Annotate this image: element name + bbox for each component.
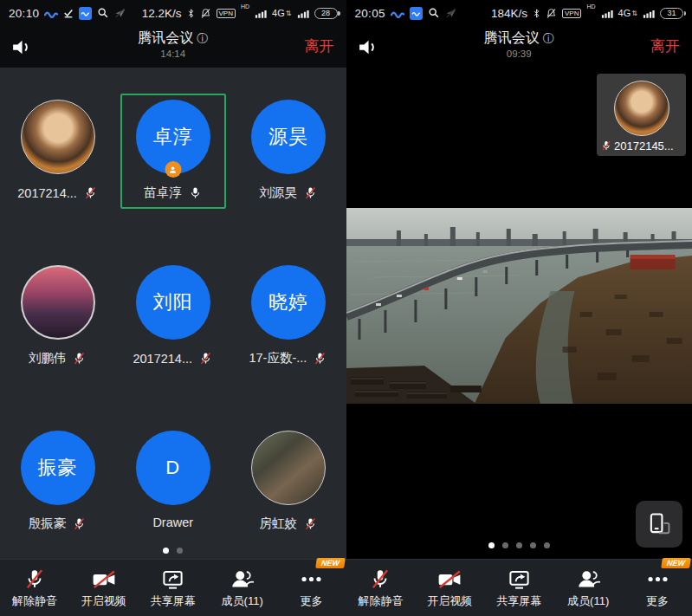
members-button[interactable]: 成员(11) xyxy=(553,560,623,616)
mic-on-icon xyxy=(188,185,203,201)
share-screen-icon xyxy=(161,567,184,591)
share-screen-button[interactable]: 共享屏幕 xyxy=(139,560,208,616)
meeting-title-bar: 腾讯会议ⓘ 14:14 离开 xyxy=(0,26,346,68)
meeting-timer: 09:39 xyxy=(346,49,692,59)
battery-indicator: 31 xyxy=(660,8,683,19)
participant-name: 2017214... xyxy=(17,186,77,200)
participant-name: Drawer xyxy=(152,515,193,529)
camera-off-icon xyxy=(91,567,117,591)
participant-tile-selected[interactable]: 卓淳 苗卓淳 xyxy=(120,94,226,209)
more-button[interactable]: NEW 更多 xyxy=(277,560,346,616)
page-indicator xyxy=(0,548,346,554)
participant-name: 刘源昊 xyxy=(259,185,297,201)
app-title: 腾讯会议 xyxy=(138,30,193,45)
members-button[interactable]: 成员(11) xyxy=(208,560,277,616)
rotate-screen-button[interactable] xyxy=(636,501,682,548)
network-type: 4G xyxy=(618,8,631,18)
host-badge-icon xyxy=(165,161,181,178)
avatar: 晓婷 xyxy=(251,265,326,340)
participant-name: 2017214... xyxy=(133,352,192,366)
share-screen-icon xyxy=(508,567,531,591)
participant-tile[interactable]: 刘阳 2017214... xyxy=(120,259,226,374)
signal-bars-icon xyxy=(255,9,267,18)
wave-app-icon xyxy=(79,7,92,20)
app-title: 腾讯会议 xyxy=(484,30,540,45)
share-screen-button[interactable]: 共享屏幕 xyxy=(484,560,553,616)
dual-phone-screenshot: 20:10 12.2K/s VPN HD 4G⇅ 28 腾讯会议ⓘ 14:14 … xyxy=(0,0,692,616)
signal-bars-icon xyxy=(601,9,613,18)
meeting-timer: 14:14 xyxy=(0,49,346,59)
mic-muted-icon xyxy=(198,350,213,366)
avatar xyxy=(251,431,326,505)
info-icon[interactable]: ⓘ xyxy=(543,32,554,45)
hd-label: HD xyxy=(586,3,595,10)
status-bar: 20:10 12.2K/s VPN HD 4G⇅ 28 xyxy=(0,0,346,26)
members-icon xyxy=(230,567,255,591)
info-icon[interactable]: ⓘ xyxy=(197,32,208,45)
hd-label: HD xyxy=(241,3,249,10)
battery-indicator: 28 xyxy=(314,8,338,19)
download-complete-icon xyxy=(63,8,74,18)
avatar: 源昊 xyxy=(251,100,326,174)
start-video-button[interactable]: 开启视频 xyxy=(69,560,139,616)
participant-tile[interactable]: 源昊 刘源昊 xyxy=(236,94,341,209)
participant-tile[interactable]: D Drawer xyxy=(120,425,226,540)
wave-notification-icon xyxy=(391,9,404,18)
participant-name: 苗卓淳 xyxy=(144,185,182,201)
avatar: 振豪 xyxy=(21,431,95,505)
bottom-toolbar: 解除静音 开启视频 共享屏幕 成员(11) NEW 更多 xyxy=(346,559,692,616)
network-type: 4G xyxy=(272,8,285,18)
wave-notification-icon xyxy=(44,9,58,18)
participant-name: 17-应数-... xyxy=(249,350,307,366)
members-icon xyxy=(576,567,601,591)
network-speed: 12.2K/s xyxy=(142,7,182,20)
participant-tile[interactable]: 刘鹏伟 xyxy=(5,259,111,374)
clock: 20:05 xyxy=(355,7,385,20)
avatar xyxy=(21,265,95,340)
participant-name: 殷振豪 xyxy=(29,515,67,532)
more-icon xyxy=(300,567,323,591)
more-icon xyxy=(646,567,669,591)
new-badge: NEW xyxy=(661,558,691,568)
clock: 20:10 xyxy=(9,7,39,20)
start-video-button[interactable]: 开启视频 xyxy=(415,560,484,616)
mic-muted-icon xyxy=(72,350,87,366)
mute-bell-icon xyxy=(200,8,211,19)
avatar: 刘阳 xyxy=(136,265,210,340)
participant-name: 房虹姣 xyxy=(259,515,297,532)
participant-tile[interactable]: 2017214... xyxy=(5,94,111,209)
avatar xyxy=(21,100,95,174)
leave-button[interactable]: 离开 xyxy=(650,36,680,56)
status-bar: 20:05 184K/s VPN HD 4G⇅ 31 xyxy=(346,0,692,26)
more-button[interactable]: NEW 更多 xyxy=(623,560,692,616)
participant-tile[interactable]: 房虹姣 xyxy=(236,425,341,540)
vpn-badge: VPN xyxy=(217,9,236,18)
right-phone-screen: 20:05 184K/s VPN HD 4G⇅ 31 腾讯会议ⓘ 09:39 离… xyxy=(346,0,692,616)
bottom-toolbar: 解除静音 开启视频 共享屏幕 成员(11) NEW 更多 xyxy=(0,559,346,616)
paper-plane-off-icon xyxy=(445,7,457,19)
camera-off-icon xyxy=(437,567,462,591)
mic-muted-icon xyxy=(23,567,46,591)
mic-muted-icon xyxy=(72,515,87,532)
mic-muted-icon xyxy=(313,350,327,366)
mute-bell-icon xyxy=(546,8,557,19)
avatar: D xyxy=(136,431,210,505)
rotate-phone-icon xyxy=(645,510,673,538)
self-view-thumbnail[interactable]: 20172145... xyxy=(597,74,686,156)
search-icon xyxy=(428,7,440,19)
left-phone-screen: 20:10 12.2K/s VPN HD 4G⇅ 28 腾讯会议ⓘ 14:14 … xyxy=(0,0,346,616)
bluetooth-icon xyxy=(187,8,195,19)
updown-arrows-icon: ⇅ xyxy=(286,10,292,17)
updown-arrows-icon: ⇅ xyxy=(631,10,637,17)
participant-tile[interactable]: 振豪 殷振豪 xyxy=(5,425,111,540)
signal-bars-icon xyxy=(297,9,309,18)
shared-screen-image[interactable] xyxy=(346,208,692,404)
participant-tile[interactable]: 晓婷 17-应数-... xyxy=(236,259,341,374)
unmute-button[interactable]: 解除静音 xyxy=(0,560,69,616)
paper-plane-off-icon xyxy=(114,7,126,19)
avatar xyxy=(614,81,669,136)
mic-muted-icon xyxy=(303,515,318,532)
unmute-button[interactable]: 解除静音 xyxy=(346,560,416,616)
mic-muted-icon xyxy=(369,567,391,591)
leave-button[interactable]: 离开 xyxy=(305,36,334,56)
